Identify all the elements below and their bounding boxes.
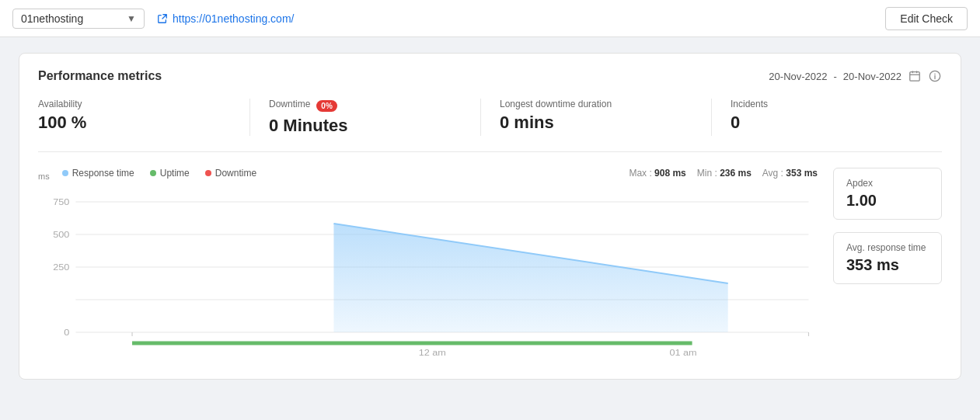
chart-section: ms Response time Uptime Downtime [38, 168, 942, 360]
ms-label: ms [38, 172, 50, 181]
site-url-link[interactable]: https://01nethosting.com/ [157, 12, 294, 25]
legend-uptime: Uptime [150, 168, 190, 179]
svg-text:500: 500 [53, 230, 70, 240]
response-time-dot [62, 170, 68, 176]
legend-downtime-label: Downtime [215, 168, 256, 179]
min-label: Min : [697, 168, 720, 179]
longest-downtime-label: Longest downtime duration [500, 99, 692, 109]
incidents-value: 0 [731, 113, 923, 133]
availability-value: 100 % [38, 113, 231, 133]
min-stat: Min : 236 ms [697, 168, 752, 179]
metric-downtime: Downtime 0% 0 Minutes [250, 99, 481, 136]
avg-label: Avg : [762, 168, 786, 179]
apdex-value: 1.00 [846, 192, 929, 210]
date-start: 20-Nov-2022 [769, 71, 827, 82]
downtime-label-row: Downtime 0% [269, 99, 462, 113]
downtime-dot [205, 170, 211, 176]
avg-value: 353 ms [786, 168, 818, 179]
edit-check-button[interactable]: Edit Check [885, 7, 968, 30]
main-content: Performance metrics 20-Nov-2022 - 20-Nov… [0, 37, 980, 395]
topbar: 01nethosting ▼ https://01nethosting.com/… [0, 0, 980, 37]
svg-point-2 [934, 74, 935, 75]
avg-response-label: Avg. response time [846, 242, 929, 253]
svg-rect-0 [910, 72, 919, 82]
legend-downtime: Downtime [205, 168, 256, 179]
avg-response-card: Avg. response time 353 ms [833, 232, 942, 284]
response-chart: 750 500 250 0 [38, 194, 818, 357]
longest-downtime-value: 0 mins [500, 113, 692, 133]
svg-text:750: 750 [53, 197, 70, 207]
chart-legend: Response time Uptime Downtime Max : 908 … [62, 168, 818, 179]
chart-stats: Max : 908 ms Min : 236 ms Avg : 353 ms [629, 168, 818, 179]
chart-main: ms Response time Uptime Downtime [38, 168, 818, 360]
calendar-icon[interactable] [908, 69, 922, 83]
uptime-dot [150, 170, 156, 176]
x-label-12am: 12 am [419, 348, 446, 358]
apdex-card: Apdex 1.00 [833, 168, 942, 220]
chart-area [333, 224, 727, 332]
svg-text:250: 250 [53, 262, 70, 272]
metric-availability: Availability 100 % [38, 99, 250, 136]
info-icon[interactable] [928, 69, 942, 83]
chevron-down-icon: ▼ [127, 13, 136, 24]
downtime-badge: 0% [316, 100, 337, 112]
metric-incidents: Incidents 0 [712, 99, 942, 136]
downtime-label: Downtime [269, 99, 310, 109]
legend-uptime-label: Uptime [160, 168, 190, 179]
external-link-icon [157, 13, 168, 24]
performance-card: Performance metrics 20-Nov-2022 - 20-Nov… [19, 53, 961, 380]
avg-stat: Avg : 353 ms [762, 168, 818, 179]
max-stat: Max : 908 ms [629, 168, 685, 179]
chart-side-metrics: Apdex 1.00 Avg. response time 353 ms [833, 168, 942, 360]
incidents-label: Incidents [731, 99, 923, 109]
availability-label: Availability [38, 99, 231, 109]
site-name: 01nethosting [21, 12, 83, 25]
card-header: Performance metrics 20-Nov-2022 - 20-Nov… [38, 69, 942, 83]
metric-longest-downtime: Longest downtime duration 0 mins [481, 99, 712, 136]
metrics-row: Availability 100 % Downtime 0% 0 Minutes… [38, 99, 942, 152]
date-range: 20-Nov-2022 - 20-Nov-2022 [769, 69, 942, 83]
legend-response-time-label: Response time [72, 168, 134, 179]
card-title: Performance metrics [38, 69, 162, 83]
site-url-text: https://01nethosting.com/ [173, 12, 294, 25]
date-separator: - [834, 71, 837, 82]
max-value: 908 ms [654, 168, 686, 179]
x-label-01am: 01 am [669, 348, 696, 358]
apdex-label: Apdex [846, 178, 929, 189]
chart-svg-wrapper: 750 500 250 0 [38, 194, 818, 360]
legend-response-time: Response time [62, 168, 134, 179]
date-end: 20-Nov-2022 [843, 71, 902, 82]
max-label: Max : [629, 168, 654, 179]
svg-text:0: 0 [64, 328, 69, 338]
site-selector[interactable]: 01nethosting ▼ [12, 9, 145, 29]
min-value: 236 ms [720, 168, 752, 179]
downtime-value: 0 Minutes [269, 116, 462, 136]
avg-response-value: 353 ms [846, 256, 929, 274]
